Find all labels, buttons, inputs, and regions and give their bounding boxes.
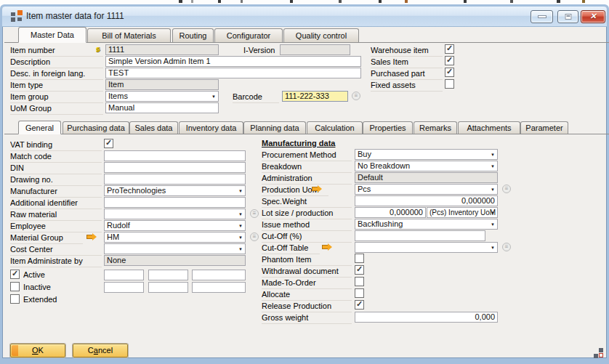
inactive-range-field-3[interactable] xyxy=(192,282,246,293)
tab-properties[interactable]: Properties xyxy=(363,121,413,134)
din-field[interactable] xyxy=(104,162,246,173)
tab-configurator[interactable]: Configurator xyxy=(214,28,283,42)
production-uom-context-menu-icon[interactable]: ≡ xyxy=(502,185,511,193)
manufacturer-select[interactable]: ProTechnologies▼ xyxy=(104,185,246,196)
tab-parameter[interactable]: Parameter xyxy=(520,121,568,134)
check-icon: ✓ xyxy=(446,44,453,53)
fixed-assets-checkbox[interactable]: ✓ xyxy=(445,79,454,89)
toolbar-fragment xyxy=(191,0,193,3)
tab-attachments[interactable]: Attachments xyxy=(458,121,520,134)
uom-group-field[interactable]: Manual xyxy=(105,102,219,113)
dropdown-arrow-icon: ▼ xyxy=(238,189,243,193)
minimize-button[interactable] xyxy=(531,10,553,23)
vat-binding-checkbox[interactable]: ✓ xyxy=(104,139,113,148)
tab-purchasing-data[interactable]: Purchasing data xyxy=(62,121,129,134)
cut-off-table-label: Cut-Off Table xyxy=(262,243,320,254)
raw-material-select[interactable]: ▼ xyxy=(104,209,246,219)
active-range-field-3[interactable] xyxy=(192,270,246,280)
cancel-button[interactable]: Cancel xyxy=(73,344,128,357)
active-label: Active xyxy=(23,270,67,280)
made-to-order-checkbox[interactable]: ✓ xyxy=(355,277,364,286)
active-range-field-2[interactable] xyxy=(148,270,188,280)
dropdown-arrow-icon: ▼ xyxy=(238,247,243,251)
employee-select[interactable]: Rudolf▼ xyxy=(104,220,246,231)
sales-item-checkbox[interactable]: ✓ xyxy=(445,56,454,65)
spec-weight-field[interactable]: 0,000000 xyxy=(355,195,498,206)
item-group-select[interactable]: Items▼ xyxy=(105,91,219,102)
warehouse-item-label: Warehouse item xyxy=(371,45,443,57)
phantom-item-checkbox[interactable]: ✓ xyxy=(355,254,364,263)
tab-planning-data[interactable]: Planning data xyxy=(243,121,306,134)
description-field[interactable]: Simple Version Admin Item 1 xyxy=(105,56,361,67)
procurement-method-label: Procurement Method xyxy=(262,150,352,161)
ok-button[interactable]: OK xyxy=(10,344,65,357)
allocate-checkbox[interactable]: ✓ xyxy=(355,288,364,298)
titlebar[interactable]: Item master data for 1111 ✕ xyxy=(2,7,607,27)
cut-off-table-select[interactable]: ▼ xyxy=(355,242,498,253)
desc-foreign-field[interactable]: TEST xyxy=(105,68,361,78)
inactive-range-field-1[interactable] xyxy=(104,282,144,293)
tab-routing[interactable]: Routing xyxy=(172,28,214,42)
material-group-value: HM xyxy=(107,232,119,241)
link-arrow-icon[interactable] xyxy=(87,233,97,240)
link-arrow-icon[interactable] xyxy=(323,243,332,251)
tab-bill-of-materials[interactable]: Bill of Materials xyxy=(87,28,171,42)
extended-checkbox[interactable]: ✓ xyxy=(10,294,20,304)
item-type-field[interactable]: Item xyxy=(105,79,219,90)
lot-size-field[interactable]: 0,000000 xyxy=(355,207,426,218)
tab-inventory-data[interactable]: Inventory data xyxy=(179,121,243,134)
tab-calculation[interactable]: Calculation xyxy=(307,121,363,134)
dropdown-arrow-icon: ▼ xyxy=(211,94,216,99)
material-group-context-menu-icon[interactable]: ≡ xyxy=(250,232,259,241)
tab-remarks[interactable]: Remarks xyxy=(414,121,457,134)
inactive-range-field-2[interactable] xyxy=(148,282,188,293)
dropdown-arrow-icon: ▼ xyxy=(491,164,495,169)
manufacturing-data-header: Manufacturing data xyxy=(262,139,335,147)
issue-method-select[interactable]: Backflushing▼ xyxy=(355,219,498,230)
inactive-checkbox[interactable]: ✓ xyxy=(10,282,20,291)
item-number-field[interactable]: 1111 xyxy=(105,44,219,55)
dropdown-arrow-icon: ▼ xyxy=(238,224,243,228)
toolbar-fragment xyxy=(582,0,585,3)
release-production-checkbox[interactable]: ✓ xyxy=(355,300,364,310)
dropdown-arrow-icon: ▼ xyxy=(238,235,243,240)
link-arrow-icon[interactable] xyxy=(312,185,322,193)
tab-master-data[interactable]: Master Data xyxy=(18,27,86,43)
production-uom-select[interactable]: Pcs▼ xyxy=(355,184,498,195)
barcode-field[interactable]: 111-222-333 xyxy=(282,91,348,102)
additional-identifier-label: Additional identifier xyxy=(10,198,102,209)
tab-sales-data[interactable]: Sales data xyxy=(129,121,178,134)
close-button[interactable]: ✕ xyxy=(581,10,605,23)
procurement-method-select[interactable]: Buy▼ xyxy=(355,149,498,160)
maximize-button[interactable] xyxy=(557,10,578,23)
ok-button-label: OK xyxy=(32,346,44,355)
drawing-no-field[interactable] xyxy=(104,174,246,185)
gross-weight-field[interactable]: 0,000 xyxy=(355,312,498,323)
resize-grip-icon[interactable] xyxy=(594,348,605,360)
app-icon xyxy=(11,10,23,23)
withdrawal-document-checkbox[interactable]: ✓ xyxy=(355,265,364,275)
description-label: Description xyxy=(10,57,103,68)
cut-off-pct-field[interactable] xyxy=(355,230,485,241)
active-checkbox[interactable]: ✓ xyxy=(10,270,20,279)
gross-weight-label: Gross weight xyxy=(262,312,352,324)
purchased-part-checkbox[interactable]: ✓ xyxy=(445,68,454,77)
tab-general[interactable]: General xyxy=(18,121,61,134)
cut-off-table-context-menu-icon[interactable]: ≡ xyxy=(502,243,511,251)
active-range-field-1[interactable] xyxy=(104,270,144,280)
dropdown-arrow-icon: ▼ xyxy=(238,212,243,217)
close-icon: ✕ xyxy=(581,12,605,21)
employee-value: Rudolf xyxy=(107,221,130,230)
barcode-context-menu-icon[interactable]: ≡ xyxy=(352,92,360,100)
material-group-select[interactable]: HM▼ xyxy=(104,232,246,243)
warehouse-item-checkbox[interactable]: ✓ xyxy=(445,44,454,54)
breakdown-select[interactable]: No Breakdown▼ xyxy=(355,161,498,171)
additional-identifier-field[interactable] xyxy=(104,197,246,208)
match-code-field[interactable] xyxy=(104,150,246,161)
tab-quality-control[interactable]: Quality control xyxy=(283,28,359,42)
minimize-icon xyxy=(538,15,547,18)
toolbar-fragment xyxy=(218,0,221,3)
lot-size-uom-select[interactable]: (Pcs) Inventory UoM▼ xyxy=(427,207,498,218)
cost-center-select[interactable]: ▼ xyxy=(104,243,246,254)
raw-material-context-menu-icon[interactable]: ≡ xyxy=(250,209,259,218)
